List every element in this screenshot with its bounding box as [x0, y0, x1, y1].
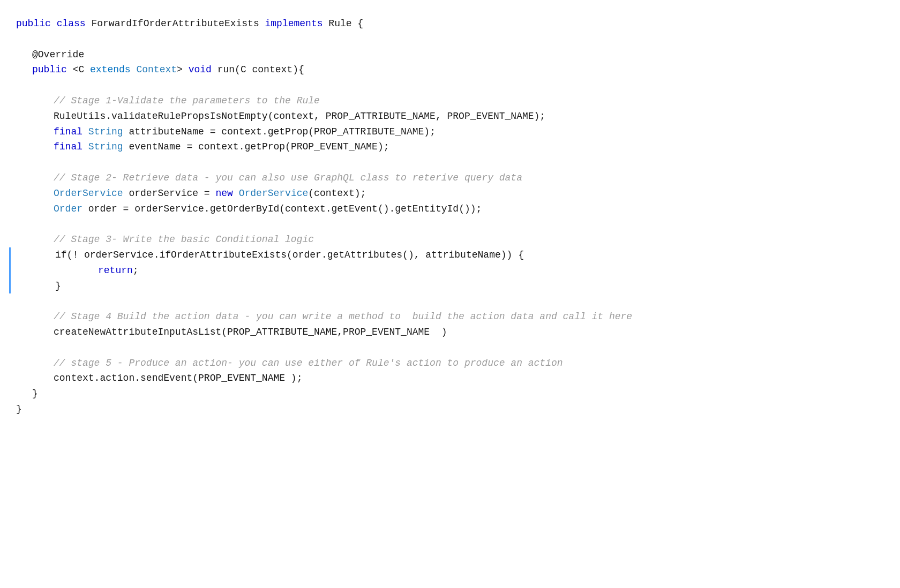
- keyword-public: public: [16, 16, 57, 32]
- type-string1: String: [88, 124, 129, 140]
- code-line-10: [11, 155, 900, 170]
- code-line-11: // Stage 2- Retrieve data - you can also…: [11, 170, 900, 186]
- code-closing-brace2: }: [32, 386, 38, 402]
- code-line-5: [11, 78, 900, 93]
- code-line-6: // Stage 1-Validate the parameters to th…: [11, 93, 900, 109]
- code-line-17: return;: [9, 263, 900, 278]
- keyword-final2: final: [54, 139, 88, 155]
- code-orderservice-var: orderService =: [129, 186, 215, 201]
- code-line-3: @Override: [11, 47, 900, 63]
- code-line-23: // stage 5 - Produce an action- you can …: [11, 356, 900, 371]
- code-orderservice-call: (context);: [308, 186, 366, 201]
- keyword-class: class: [57, 16, 92, 32]
- code-line-13: Order order = orderService.getOrderById(…: [11, 201, 900, 217]
- code-line-15: // Stage 3- Write the basic Conditional …: [11, 232, 900, 247]
- code-line-25: }: [11, 386, 900, 402]
- type-order: Order: [54, 201, 88, 217]
- code-line-14: [11, 216, 900, 232]
- annotation-override: @Override: [32, 47, 84, 63]
- interface-rule: Rule {: [328, 16, 363, 32]
- code-closing-brace1: }: [55, 278, 61, 294]
- code-order-var: order = orderService.getOrderById(contex…: [88, 201, 482, 217]
- generic-close: >: [177, 62, 189, 78]
- code-eventname: eventName = context.getProp(PROP_EVENT_N…: [129, 139, 389, 155]
- code-line-18: }: [9, 278, 900, 294]
- code-line-8: final String attributeName = context.get…: [11, 124, 900, 140]
- code-line-21: createNewAttributeInputAsList(PROP_ATTRI…: [11, 325, 900, 340]
- keyword-void: void: [189, 62, 218, 78]
- code-return-semi: ;: [133, 263, 139, 278]
- code-line-2: [11, 32, 900, 47]
- code-editor: public class ForwardIfOrderAttributeExis…: [0, 0, 900, 588]
- keyword-public2: public: [32, 62, 73, 78]
- type-orderservice2: OrderService: [239, 186, 309, 201]
- code-closing-brace3: }: [16, 402, 22, 417]
- code-line-19: [11, 293, 900, 309]
- code-line-20: // Stage 4 Build the action data - you c…: [11, 309, 900, 325]
- code-line-26: }: [11, 402, 900, 417]
- keyword-new1: new: [215, 186, 238, 201]
- comment-stage5: // stage 5 - Produce an action- you can …: [54, 356, 563, 371]
- comment-stage1: // Stage 1-Validate the parameters to th…: [54, 93, 320, 109]
- class-name-forward: ForwardIfOrderAttributeExists: [91, 16, 265, 32]
- code-if: if(! orderService.ifOrderAttributeExists…: [55, 247, 524, 263]
- keyword-extends: extends: [90, 62, 136, 78]
- type-orderservice: OrderService: [54, 186, 129, 201]
- generic-c: <C: [73, 62, 90, 78]
- keyword-final1: final: [54, 124, 88, 140]
- code-ruleutils: RuleUtils.validateRulePropsIsNotEmpty(co…: [54, 109, 545, 124]
- comment-stage4: // Stage 4 Build the action data - you c…: [54, 309, 632, 325]
- code-line-1: public class ForwardIfOrderAttributeExis…: [11, 16, 900, 32]
- code-line-9: final String eventName = context.getProp…: [11, 139, 900, 155]
- type-string2: String: [88, 139, 129, 155]
- code-line-12: OrderService orderService = new OrderSer…: [11, 186, 900, 201]
- comment-stage3: // Stage 3- Write the basic Conditional …: [54, 232, 314, 247]
- code-line-7: RuleUtils.validateRulePropsIsNotEmpty(co…: [11, 109, 900, 124]
- keyword-implements: implements: [265, 16, 329, 32]
- code-line-16: if(! orderService.ifOrderAttributeExists…: [9, 247, 900, 263]
- code-line-24: context.action.sendEvent(PROP_EVENT_NAME…: [11, 371, 900, 386]
- keyword-return: return: [98, 263, 133, 278]
- method-run: run(C context){: [218, 62, 304, 78]
- type-context: Context: [136, 62, 177, 78]
- code-create-new-attr: createNewAttributeInputAsList(PROP_ATTRI…: [54, 325, 447, 340]
- code-line-4: public <C extends Context> void run(C co…: [11, 62, 900, 78]
- code-attributename: attributeName = context.getProp(PROP_ATT…: [129, 124, 436, 140]
- code-line-22: [11, 340, 900, 356]
- code-send-event: context.action.sendEvent(PROP_EVENT_NAME…: [54, 371, 302, 386]
- comment-stage2: // Stage 2- Retrieve data - you can also…: [54, 170, 522, 186]
